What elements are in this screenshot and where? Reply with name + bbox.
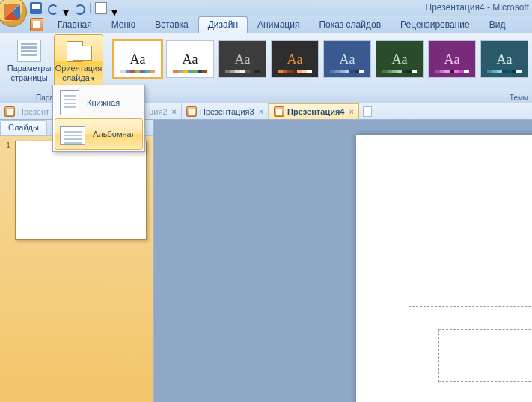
theme-thumbnail[interactable]: Aa bbox=[114, 40, 162, 78]
new-document-button[interactable] bbox=[359, 103, 376, 119]
theme-swatch-row bbox=[330, 70, 364, 73]
theme-thumbnail[interactable]: Aa bbox=[376, 40, 424, 78]
theme-thumbnail[interactable]: Aa bbox=[480, 40, 528, 78]
doc-tab-active[interactable]: Презентация4 × bbox=[269, 103, 359, 119]
theme-sample-text: Aa bbox=[497, 52, 513, 66]
tab-menu[interactable]: Меню bbox=[102, 16, 145, 33]
orientation-icon bbox=[67, 40, 91, 62]
powerpoint-doc-icon bbox=[274, 106, 284, 117]
qat-separator bbox=[90, 3, 91, 13]
theme-sample-text: Aa bbox=[444, 52, 460, 66]
theme-swatch-row bbox=[382, 70, 417, 73]
theme-sample-text: Aa bbox=[392, 52, 408, 66]
theme-swatch-row bbox=[487, 70, 522, 73]
qat-customize-icon[interactable]: ▾ bbox=[111, 5, 117, 11]
theme-thumbnail[interactable]: Aa bbox=[166, 40, 214, 78]
theme-swatch-row bbox=[435, 70, 469, 73]
powerpoint-icon bbox=[30, 18, 43, 31]
theme-sample-text: Aa bbox=[235, 52, 251, 66]
orientation-dropdown: Книжная Альбомная bbox=[52, 85, 145, 152]
theme-swatch-row bbox=[278, 70, 312, 73]
close-icon[interactable]: × bbox=[349, 107, 353, 116]
theme-thumbnail[interactable]: Aa bbox=[323, 40, 371, 78]
doc-tab-label: Презентация3 bbox=[200, 107, 254, 116]
doc-tab[interactable]: Презент bbox=[0, 103, 55, 119]
tab-insert[interactable]: Вставка bbox=[145, 16, 198, 33]
doc-tab-label: ция2 bbox=[149, 107, 168, 116]
powerpoint-doc-icon bbox=[186, 106, 197, 117]
tab-view[interactable]: Вид bbox=[480, 16, 516, 33]
orientation-landscape-label: Альбомная bbox=[93, 130, 136, 138]
theme-sample-text: Aa bbox=[183, 52, 198, 66]
save-icon[interactable] bbox=[30, 2, 42, 14]
page-parameters-button[interactable]: Параметры страницы bbox=[4, 34, 54, 88]
thumbnail-number: 1 bbox=[6, 141, 10, 150]
ribbon-group-label-themes: Темы bbox=[510, 94, 528, 102]
theme-swatch-row bbox=[173, 70, 207, 73]
redo-icon[interactable] bbox=[73, 2, 85, 14]
theme-sample-text: Aa bbox=[287, 52, 303, 66]
thumbnails-area: 1 bbox=[0, 136, 153, 402]
slides-panel: Слайды 1 bbox=[0, 120, 154, 402]
theme-swatch-row bbox=[120, 70, 155, 73]
themes-gallery: AaAaAaAaAaAaAaAa bbox=[109, 34, 532, 103]
doc-tab-label: Презентация4 bbox=[287, 107, 344, 116]
close-icon[interactable]: × bbox=[259, 107, 263, 116]
undo-dropdown-icon[interactable]: ▾ bbox=[63, 5, 69, 11]
theme-sample-text: Aa bbox=[130, 52, 146, 66]
powerpoint-doc-icon bbox=[4, 106, 15, 117]
quick-access-toolbar: ▾ ▾ bbox=[30, 0, 117, 16]
theme-thumbnail[interactable]: Aa bbox=[428, 40, 476, 78]
landscape-icon bbox=[60, 126, 85, 145]
theme-thumbnail[interactable]: Aa bbox=[218, 40, 266, 78]
workspace: Слайды 1 Заго Под bbox=[0, 120, 532, 402]
close-icon[interactable]: × bbox=[172, 107, 177, 116]
orientation-landscape[interactable]: Альбомная bbox=[55, 118, 143, 150]
slide-thumbnail[interactable] bbox=[15, 141, 147, 240]
new-document-icon bbox=[363, 106, 372, 117]
page-parameters-icon bbox=[17, 40, 41, 62]
orientation-portrait-label: Книжная bbox=[87, 98, 120, 107]
home-icon[interactable] bbox=[95, 2, 107, 14]
theme-sample-text: Aa bbox=[340, 52, 355, 66]
slide-orientation-label: Ориентация слайда bbox=[55, 64, 102, 82]
tab-slideshow[interactable]: Показ слайдов bbox=[309, 16, 391, 33]
portrait-icon bbox=[60, 90, 79, 115]
tab-home[interactable]: Главная bbox=[48, 16, 102, 33]
title-placeholder[interactable]: Заго bbox=[409, 240, 532, 307]
page-parameters-label: Параметры страницы bbox=[7, 64, 52, 82]
slides-tab[interactable]: Слайды bbox=[0, 120, 47, 135]
doc-tab[interactable]: ция2 × bbox=[144, 103, 182, 119]
title-bar: ▾ ▾ Презентация4 - Microsoft bbox=[0, 0, 532, 16]
tab-animation[interactable]: Анимация bbox=[248, 16, 309, 33]
doc-tab[interactable]: Презентация3 × bbox=[182, 103, 269, 119]
tab-design[interactable]: Дизайн bbox=[198, 16, 248, 33]
doc-tab-label: Презент bbox=[18, 107, 49, 116]
slide-canvas[interactable]: Заго Под bbox=[154, 120, 532, 402]
tab-review[interactable]: Рецензирование bbox=[391, 16, 480, 33]
thumbnail-row[interactable]: 1 bbox=[6, 141, 147, 240]
window-title: Презентация4 - Microsoft bbox=[426, 2, 530, 13]
subtitle-placeholder[interactable]: Под bbox=[438, 329, 532, 382]
slide[interactable]: Заго Под bbox=[356, 135, 532, 402]
undo-icon[interactable] bbox=[46, 2, 58, 14]
ribbon-group-themes: AaAaAaAaAaAaAaAa Темы bbox=[106, 33, 532, 103]
orientation-portrait[interactable]: Книжная bbox=[55, 87, 143, 118]
slide-orientation-button[interactable]: Ориентация слайда bbox=[54, 34, 103, 88]
ribbon-tabs: Главная Меню Вставка Дизайн Анимация Пок… bbox=[0, 16, 532, 33]
theme-thumbnail[interactable]: Aa bbox=[271, 40, 319, 78]
theme-swatch-row bbox=[225, 70, 260, 73]
